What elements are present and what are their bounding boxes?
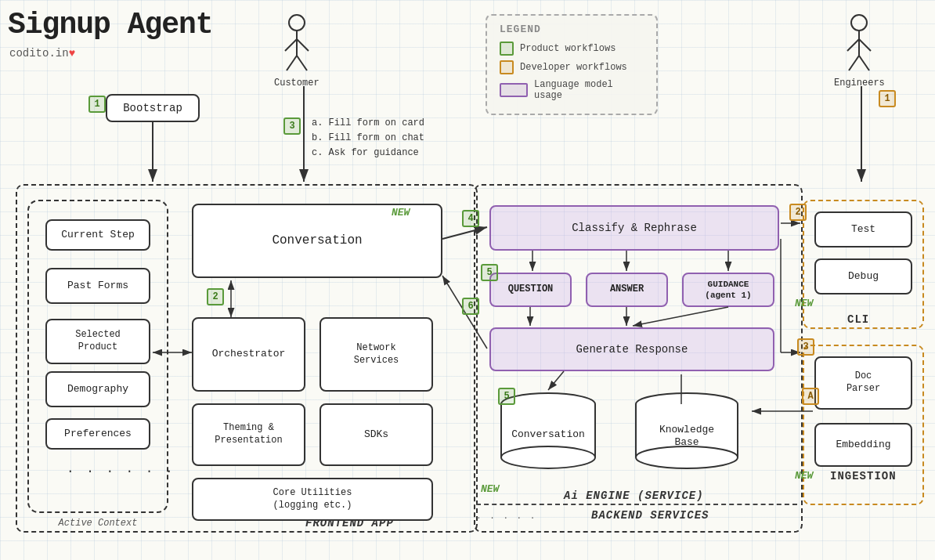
orchestrator-box: Orchestrator: [192, 317, 305, 392]
new-label-cli: NEW: [795, 298, 813, 309]
badge-1-engineers: 1: [879, 90, 896, 107]
legend-box: LEGEND Product workflows Developer workf…: [486, 14, 658, 115]
selected-product-box: SelectedProduct: [45, 319, 150, 364]
fill-form-text: a. Fill form on card b. Fill form on cha…: [312, 116, 424, 161]
network-services-box: NetworkServices: [319, 317, 433, 392]
svg-line-11: [859, 56, 869, 70]
doc-parser-box: DocParser: [814, 356, 912, 410]
heart-icon: ♥: [69, 47, 75, 60]
badge-2-cli: 2: [789, 204, 807, 221]
badge-6: 6: [462, 298, 479, 315]
generate-response-box: Generate Response: [489, 327, 774, 371]
new-label-conversation: NEW: [392, 207, 410, 219]
badge-a: A: [802, 388, 819, 405]
backend-services-section: . . . . . BACKEND SERVICES: [476, 504, 797, 522]
guidance-box: GUIDANCE(agent 1): [682, 273, 774, 307]
svg-line-5: [297, 56, 307, 70]
classify-rephrase-box: Classify & Rephrase: [489, 205, 779, 251]
legend-item-developer: Developer workflows: [500, 60, 644, 74]
ai-engine-label: Ai ENGINE (SERVICE): [564, 490, 704, 502]
legend-green-box: [500, 42, 514, 56]
svg-line-8: [847, 39, 859, 51]
engineers-figure: Engineers: [834, 12, 885, 89]
svg-line-10: [849, 56, 859, 70]
legend-title: LEGEND: [500, 23, 644, 35]
customer-figure: Customer: [274, 12, 319, 89]
active-context-label: Active Context: [29, 518, 167, 529]
current-step-box: Current Step: [45, 219, 150, 251]
new-label-ingestion: NEW: [795, 470, 813, 482]
badge-2-orchestrator: 2: [207, 288, 224, 305]
legend-item-language: Language model usage: [500, 79, 644, 101]
badge-bootstrap: 1: [88, 96, 106, 113]
badge-3-customer: 3: [283, 117, 301, 135]
svg-line-3: [297, 39, 309, 51]
question-box: QUESTION: [489, 273, 572, 307]
legend-item-product: Product workflows: [500, 42, 644, 56]
answer-box: ANSWER: [586, 273, 668, 307]
svg-point-6: [851, 15, 867, 31]
ingestion-label: INGESTION: [830, 470, 897, 482]
bootstrap-box: Bootstrap: [106, 94, 200, 122]
core-utilities-box: Core Utilities(logging etc.): [192, 478, 433, 521]
test-box: Test: [814, 211, 912, 247]
svg-line-2: [285, 39, 297, 51]
svg-point-0: [289, 15, 305, 31]
past-forms-box: Past Forms: [45, 268, 150, 304]
preferences-box: Preferences: [45, 418, 150, 450]
page-title: Signup Agent: [8, 8, 213, 42]
badge-5-left: 5: [481, 264, 498, 281]
theming-box: Theming &Presentation: [192, 403, 305, 466]
legend-purple-box: [500, 83, 528, 97]
knowledge-base-db: Knowledge Base: [626, 392, 748, 470]
subtitle: codito.in♥: [9, 47, 75, 60]
sdks-box: SDKs: [319, 403, 433, 466]
ellipsis-text: . . . . . .: [67, 462, 175, 476]
legend-orange-box: [500, 60, 514, 74]
embedding-box: Embedding: [814, 423, 912, 467]
svg-line-9: [859, 39, 871, 51]
debug-box: Debug: [814, 258, 912, 294]
diagram: Signup Agent codito.in♥ LEGEND Product w…: [0, 0, 935, 560]
svg-text:Knowledge: Knowledge: [659, 424, 714, 435]
badge-3-ingestion: 3: [797, 338, 814, 356]
svg-point-16: [501, 446, 595, 468]
svg-text:Base: Base: [674, 436, 699, 448]
badge-4: 4: [462, 210, 479, 227]
svg-point-22: [636, 446, 738, 468]
svg-text:Conversation: Conversation: [511, 428, 585, 440]
cli-label: CLI: [847, 313, 869, 326]
demography-box: Demography: [45, 371, 150, 407]
new-label-ai-engine: NEW: [481, 483, 499, 495]
svg-line-4: [287, 56, 297, 70]
badge-5-db: 5: [498, 388, 515, 405]
